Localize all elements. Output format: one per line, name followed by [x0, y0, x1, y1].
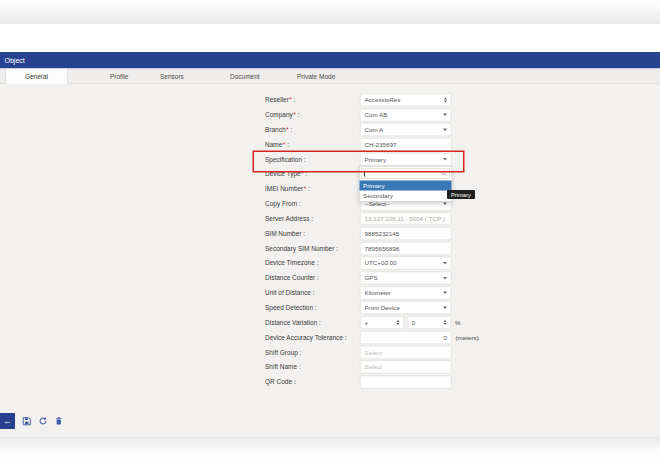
select-distance-counter[interactable]: GPS: [360, 272, 452, 285]
page: Object General Profile Sensors Document …: [0, 0, 660, 460]
tab-bar: General Profile Sensors Document Private…: [0, 69, 660, 85]
dropdown-options-list: Primary Secondary: [360, 181, 452, 201]
form-row-reseller: Reseller* :AccessisRes: [0, 93, 660, 108]
field-label-device-timezone: Device Timezone :: [265, 259, 318, 267]
form-row-device-accuracy-tolerance: Device Accuracy Tolerance :0(meters): [0, 330, 660, 345]
select-value: GPS: [365, 275, 441, 282]
form-row-imei-number: IMEI Number* :: [0, 182, 660, 197]
field-label-specification: Specification :: [265, 156, 305, 164]
select-value: Kilometer: [365, 289, 441, 296]
select-branch[interactable]: Com A: [360, 123, 452, 136]
select-value: AccessisRes: [365, 96, 442, 103]
caret-down-icon: [443, 277, 447, 280]
required-asterisk: *: [304, 185, 307, 193]
updown-arrows-icon: [444, 97, 447, 102]
form-row-shift-group: Shift Group :Select: [0, 345, 660, 360]
input-secondary-sim-number[interactable]: 7895656898: [360, 242, 452, 255]
input-server-address: 13.127.228.11 : 5004 ( TCP ): [360, 212, 452, 225]
field-control: Primary: [360, 153, 452, 166]
input-shift-group[interactable]: Select: [360, 346, 452, 359]
field-label-secondary-sim-number: Secondary SIM Number :: [265, 245, 338, 253]
field-label-branch: Branch* :: [265, 126, 292, 134]
form-row-qr-code: QR Code :: [0, 375, 660, 390]
input-value: 13.127.228.11 : 5004 ( TCP ): [365, 215, 445, 222]
input-sim-number[interactable]: 9885232145: [360, 227, 452, 240]
input-qr-code[interactable]: [360, 375, 452, 388]
arrow-up-icon: [444, 97, 447, 99]
dropdown-option-primary[interactable]: Primary: [360, 181, 452, 191]
form-row-name: Name* :CH-235697: [0, 137, 660, 152]
arrow-down-icon: [397, 323, 400, 325]
field-control: GPS: [360, 272, 452, 285]
required-asterisk: *: [301, 170, 304, 178]
field-control: 9885232145: [360, 227, 452, 240]
field-label-name: Name* :: [265, 141, 289, 149]
variation-sign-stepper[interactable]: +: [360, 316, 404, 329]
arrow-up-icon: [397, 320, 400, 322]
dropdown-search-input[interactable]: [361, 168, 450, 179]
delete-button[interactable]: [55, 417, 64, 426]
field-label-company: Company* :: [265, 111, 299, 119]
input-value: Select: [365, 364, 382, 371]
field-control: 7895656898: [360, 242, 452, 255]
field-label-reseller: Reseller* :: [265, 96, 295, 104]
updown-arrows-icon: [444, 320, 447, 325]
field-label-device-type: Device Type* :: [265, 170, 307, 178]
field-control: Select: [360, 361, 452, 374]
input-device-accuracy-tolerance[interactable]: 0: [360, 331, 452, 344]
input-name[interactable]: CH-235697: [360, 138, 452, 151]
form-row-sim-number: SIM Number :9885232145: [0, 226, 660, 241]
select-reseller[interactable]: AccessisRes: [360, 93, 452, 106]
field-label-copy-from: Copy From :: [265, 200, 301, 208]
input-shift-name[interactable]: Select: [360, 361, 452, 374]
field-label-device-accuracy-tolerance: Device Accuracy Tolerance :: [265, 334, 347, 342]
field-control: From Device: [360, 301, 452, 314]
field-control: [360, 375, 452, 388]
variation-value-stepper[interactable]: 0: [407, 316, 451, 329]
select-unit-of-distance[interactable]: Kilometer: [360, 286, 452, 299]
caret-down-icon: [443, 306, 447, 309]
save-button[interactable]: [22, 416, 32, 426]
field-label-server-address: Server Address :: [265, 215, 313, 223]
input-value: 9885232145: [365, 230, 400, 237]
back-arrow-icon: ←: [3, 416, 12, 427]
field-label-distance-variation: Distance Variation :: [265, 319, 321, 327]
field-control: Com AB: [360, 108, 452, 121]
select-company[interactable]: Com AB: [360, 108, 452, 121]
form-row-speed-detection: Speed Detection :From Device: [0, 300, 660, 315]
select-value: Primary: [365, 156, 441, 163]
tab-sensors[interactable]: Sensors: [160, 69, 184, 85]
caret-down-icon: [443, 262, 447, 265]
field-control: +0%: [360, 316, 461, 329]
field-control: CH-235697: [360, 138, 452, 151]
trash-icon: [55, 417, 64, 426]
field-control: UTC+00:00: [360, 257, 452, 270]
select-device-timezone[interactable]: UTC+00:00: [360, 257, 452, 270]
form-rows: Reseller* :AccessisResCompany* :Com ABBr…: [0, 93, 660, 390]
field-label-sim-number: SIM Number :: [265, 230, 305, 238]
arrow-down-icon: [444, 323, 447, 325]
field-label-distance-counter: Distance Counter :: [265, 274, 319, 282]
updown-arrows-icon: [397, 320, 400, 325]
tab-general[interactable]: General: [5, 69, 68, 85]
tab-private-mode[interactable]: Private Mode: [297, 69, 335, 85]
form-row-device-type: Device Type* :: [0, 167, 660, 182]
refresh-button[interactable]: [39, 417, 48, 426]
back-button[interactable]: ←: [0, 413, 15, 429]
form-row-unit-of-distance: Unit of Distance :Kilometer: [0, 285, 660, 300]
tab-document[interactable]: Document: [230, 69, 260, 85]
select-specification[interactable]: Primary: [360, 153, 452, 166]
form-row-secondary-sim-number: Secondary SIM Number :7895656898: [0, 241, 660, 256]
field-control: Com A: [360, 123, 452, 136]
input-value: Select: [365, 349, 382, 356]
panel-header: Object: [0, 52, 660, 69]
dropdown-option-secondary[interactable]: Secondary: [360, 191, 452, 201]
select-speed-detection[interactable]: From Device: [360, 301, 452, 314]
select-value: UTC+00:00: [365, 260, 441, 267]
field-control: Kilometer: [360, 286, 452, 299]
window-titlebar: [0, 24, 660, 52]
tab-profile[interactable]: Profile: [110, 69, 128, 85]
required-asterisk: *: [283, 141, 286, 149]
caret-down-icon: [443, 114, 447, 117]
select-value: Com AB: [365, 111, 441, 118]
